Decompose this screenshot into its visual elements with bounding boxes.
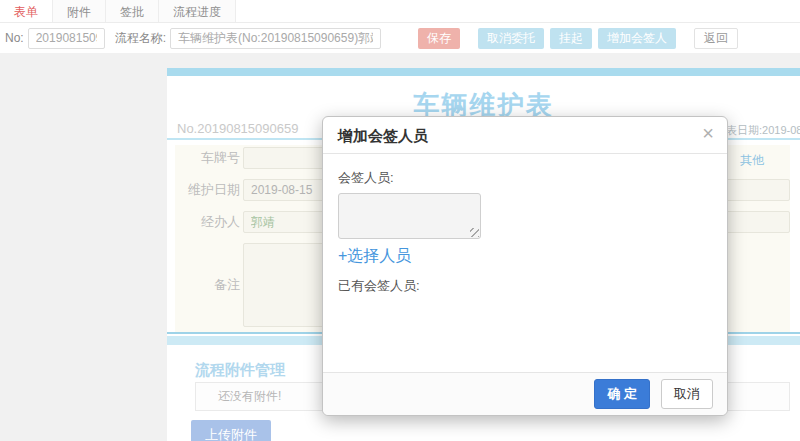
countersign-person-textarea[interactable]: [338, 193, 481, 239]
modal-footer: 确 定 取消: [323, 372, 727, 415]
operator-label: 经办人: [175, 211, 240, 233]
toolbar: No: 流程名称: 保存 取消委托 挂起 增加会签人 返回: [0, 23, 800, 53]
countersign-person-label: 会签人员:: [338, 169, 712, 187]
panel-accent-bar: [167, 68, 800, 76]
tab-bar: 表单 附件 签批 流程进度: [0, 0, 800, 23]
process-name-input[interactable]: [170, 28, 381, 49]
existing-countersign-label: 已有会签人员:: [338, 277, 712, 295]
attachments-section-title: 流程附件管理: [195, 361, 285, 380]
maintain-date-label: 维护日期: [175, 179, 240, 201]
remark-label: 备注: [175, 243, 240, 327]
modal-title: 增加会签人员: [338, 127, 428, 144]
no-label: No:: [5, 31, 24, 45]
cancel-delegate-button[interactable]: 取消委托: [478, 28, 544, 49]
upload-attachment-button[interactable]: 上传附件: [191, 420, 271, 441]
tab-progress[interactable]: 流程进度: [159, 0, 236, 22]
tab-form[interactable]: 表单: [0, 0, 53, 22]
modal-body: 会签人员: +选择人员 已有会签人员:: [323, 154, 727, 310]
suspend-button[interactable]: 挂起: [550, 28, 592, 49]
tab-attachment[interactable]: 附件: [53, 0, 106, 22]
tab-sign[interactable]: 签批: [106, 0, 159, 22]
back-button[interactable]: 返回: [694, 28, 738, 49]
confirm-button[interactable]: 确 定: [594, 379, 650, 409]
process-name-label: 流程名称:: [115, 30, 166, 47]
cancel-button[interactable]: 取消: [661, 379, 713, 409]
plate-number-label: 车牌号: [175, 147, 240, 169]
other-link[interactable]: 其他: [740, 152, 764, 169]
add-countersign-button[interactable]: 增加会签人: [598, 28, 676, 49]
add-countersign-modal: 增加会签人员 × 会签人员: +选择人员 已有会签人员: 确 定 取消: [322, 116, 728, 416]
no-input[interactable]: [28, 28, 105, 49]
close-icon[interactable]: ×: [702, 123, 714, 143]
form-no-text: No.20190815090659: [177, 121, 298, 136]
select-person-link[interactable]: +选择人员: [338, 246, 712, 267]
modal-header: 增加会签人员 ×: [323, 117, 727, 154]
resize-handle-icon[interactable]: [470, 228, 479, 237]
save-button[interactable]: 保存: [418, 28, 460, 49]
